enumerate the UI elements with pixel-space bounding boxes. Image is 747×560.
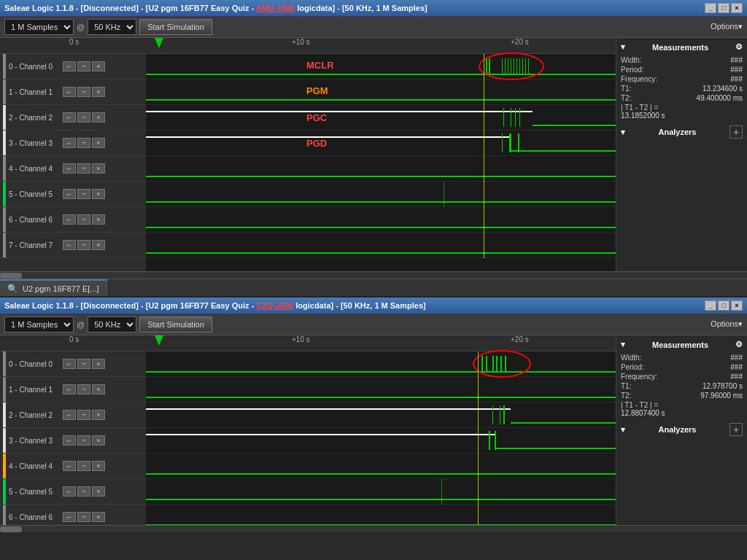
channel-row-4-2: 4 - Channel 4 ⌐ ¬ × [0, 454, 146, 479]
ch-x-5-1[interactable]: × [92, 189, 105, 199]
maximize-btn-1[interactable]: □ [718, 3, 729, 13]
close-btn-1[interactable]: × [731, 3, 743, 13]
pgc2-t3 [503, 405, 505, 424]
gear-icon-2[interactable]: ⚙ [735, 340, 743, 349]
ch-label-4-2: 4 - Channel 4 [9, 462, 60, 470]
pgc2-low [511, 422, 616, 424]
signal-row-1-1: PGM [146, 79, 616, 105]
ch-up-0-1[interactable]: ⌐ [63, 61, 76, 71]
t2-label-1: T2: [621, 94, 631, 102]
signal-area-2[interactable]: +10 s +20 s [146, 335, 616, 525]
period-label-2: Period: [621, 363, 644, 371]
tdiff-row-2: | T1 - T2 | = 12.8807400 s [621, 401, 743, 417]
ch-dn-5-1[interactable]: ¬ [77, 189, 90, 199]
scrollbar-thumb-2[interactable] [0, 526, 22, 532]
ch-dn-4-2[interactable]: ¬ [77, 461, 90, 471]
t2-value-1: 49.400000 ms [697, 94, 743, 102]
at-label-1: @ [77, 23, 85, 31]
ch-color-6-1 [3, 207, 6, 232]
freq-select-2[interactable]: 50 KHz [88, 316, 136, 332]
add-analyzer-btn-2[interactable]: + [729, 423, 743, 436]
ch-color-3-1 [3, 131, 6, 155]
maximize-btn-2[interactable]: □ [718, 300, 729, 311]
t1-label-2: T1: [621, 382, 631, 390]
ch-up-2-1[interactable]: ⌐ [63, 112, 76, 122]
ch-x-6-1[interactable]: × [92, 214, 105, 225]
ch-color-5-1 [3, 182, 6, 206]
samples-select-2[interactable]: 1 M Samples [4, 316, 74, 332]
scrollbar-1[interactable] [0, 271, 747, 279]
ch-x-7-1[interactable]: × [92, 240, 105, 250]
p2-0-4 [496, 356, 498, 372]
ch-dn-3-2[interactable]: ¬ [77, 435, 90, 446]
channel-list-1: 0 s 0 - Channel 0 ⌐ ¬ × 1 - Channel 1 ⌐ … [0, 38, 146, 271]
add-analyzer-btn-1[interactable]: + [729, 125, 743, 139]
freq-select-1[interactable]: 50 KHz [88, 19, 136, 35]
options-btn-1[interactable]: Options▾ [711, 22, 743, 31]
ch-dn-4-1[interactable]: ¬ [77, 163, 90, 174]
ch-dn-1-2[interactable]: ¬ [77, 384, 90, 394]
ch-up-1-2[interactable]: ⌐ [63, 384, 76, 394]
ch-x-5-2[interactable]: × [92, 486, 105, 497]
ch-up-6-1[interactable]: ⌐ [63, 214, 76, 225]
start-sim-btn-1[interactable]: Start Simulation [139, 19, 212, 35]
ch-up-3-2[interactable]: ⌐ [63, 435, 76, 446]
ch-up-2-2[interactable]: ⌐ [63, 410, 76, 420]
tab-label-1: U2 pgm 16F877 E[...] [23, 284, 99, 293]
ch-up-6-2[interactable]: ⌐ [63, 512, 76, 522]
ch-up-3-1[interactable]: ⌐ [63, 138, 76, 148]
ch-x-3-2[interactable]: × [92, 435, 105, 446]
y-marker-2-6 [478, 479, 479, 505]
ch-dn-0-2[interactable]: ¬ [77, 359, 90, 369]
ch-x-4-1[interactable]: × [92, 163, 105, 174]
t1-row-1: T1: 13.234600 s [621, 85, 743, 93]
ch-x-3-1[interactable]: × [92, 138, 105, 148]
ch-dn-6-2[interactable]: ¬ [77, 512, 90, 522]
ch-x-1-1[interactable]: × [92, 87, 105, 97]
ch-up-5-2[interactable]: ⌐ [63, 486, 76, 497]
ch-x-6-2[interactable]: × [92, 512, 105, 522]
ch-dn-2-1[interactable]: ¬ [77, 112, 90, 122]
ch-dn-2-2[interactable]: ¬ [77, 410, 90, 420]
ch-x-1-2[interactable]: × [92, 384, 105, 394]
ch-dn-3-1[interactable]: ¬ [77, 138, 90, 148]
ch-up-7-1[interactable]: ⌐ [63, 240, 76, 250]
scrollbar-2[interactable] [0, 525, 747, 532]
signal-area-1[interactable]: +10 s +20 s MCLR [146, 38, 616, 271]
ch-up-5-1[interactable]: ⌐ [63, 189, 76, 199]
start-sim-btn-2[interactable]: Start Simulation [139, 316, 212, 332]
ch-x-2-1[interactable]: × [92, 112, 105, 122]
ch-color-0-1 [3, 54, 6, 79]
ch-up-0-2[interactable]: ⌐ [63, 359, 76, 369]
pgd2-t1 [489, 431, 490, 450]
pgd-low-line [511, 150, 616, 152]
ch-up-1-1[interactable]: ⌐ [63, 87, 76, 97]
ch-dn-6-1[interactable]: ¬ [77, 214, 90, 225]
ch-dn-1-1[interactable]: ¬ [77, 87, 90, 97]
ch-x-4-2[interactable]: × [92, 461, 105, 471]
samples-select-1[interactable]: 1 M Samples [4, 19, 74, 35]
gear-icon-1[interactable]: ⚙ [735, 42, 743, 52]
minimize-btn-1[interactable]: _ [705, 3, 716, 13]
ch-dn-7-1[interactable]: ¬ [77, 240, 90, 250]
pgd-t3 [518, 133, 519, 152]
minimize-btn-2[interactable]: _ [705, 300, 716, 311]
ch-x-2-2[interactable]: × [92, 410, 105, 420]
signal-row-3-1: PGD [146, 131, 616, 156]
tab-1[interactable]: 🔍 U2 pgm 16F877 E[...] [0, 279, 107, 296]
scrollbar-thumb-1[interactable] [0, 273, 22, 279]
close-btn-2[interactable]: × [731, 300, 743, 311]
at-label-2: @ [77, 320, 85, 329]
signal-row-1-2 [146, 377, 616, 402]
ch-x-0-1[interactable]: × [92, 61, 105, 71]
y-marker-2-3 [478, 402, 479, 428]
options-btn-2[interactable]: Options▾ [711, 319, 743, 329]
ch-label-0-1: 0 - Channel 0 [9, 63, 60, 71]
ch-x-0-2[interactable]: × [92, 359, 105, 369]
ch-up-4-1[interactable]: ⌐ [63, 163, 76, 174]
ch-dn-5-2[interactable]: ¬ [77, 486, 90, 497]
ch-dn-0-1[interactable]: ¬ [77, 61, 90, 71]
signal-row-6-1 [146, 207, 616, 233]
measurements-panel-2: ▾ Measurements ⚙ Width: ### Period: ### … [616, 335, 747, 525]
ch-up-4-2[interactable]: ⌐ [63, 461, 76, 471]
